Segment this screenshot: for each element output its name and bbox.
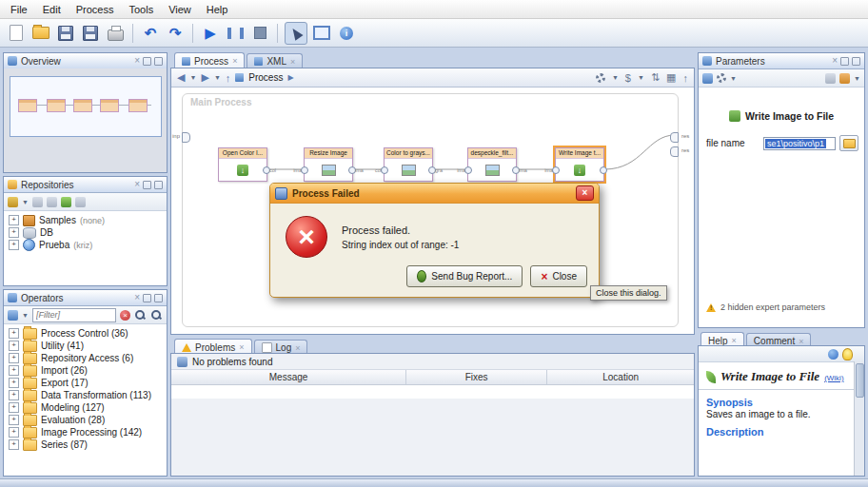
screen-tool-icon[interactable] [311,23,332,44]
refresh-icon[interactable] [61,197,71,207]
parameters-panel-header[interactable]: Parameters [699,53,864,69]
repository-db[interactable]: DB [4,226,167,239]
column-location[interactable]: Location [547,370,694,384]
input-port[interactable] [301,166,308,174]
result-port[interactable] [670,146,679,157]
repository-prueba[interactable]: Prueba (kriz) [4,239,167,251]
menu-edit[interactable]: Edit [36,2,68,17]
dialog-titlebar[interactable]: Process Failed [270,184,599,204]
expander-icon[interactable] [9,427,19,438]
detach-icon[interactable] [154,181,163,189]
add-repository-icon[interactable] [8,197,18,207]
close-icon[interactable] [799,337,803,346]
wrench-icon[interactable] [596,73,605,83]
stop-icon[interactable] [249,23,270,44]
expander-icon[interactable] [9,402,19,413]
show-advanced-icon[interactable] [825,73,836,84]
forward-icon[interactable] [201,71,208,84]
expander-icon[interactable] [9,240,19,250]
menu-tools[interactable]: Tools [122,2,160,17]
menu-view[interactable]: View [162,2,198,17]
chevron-down-icon[interactable] [22,199,29,205]
chevron-down-icon[interactable] [22,312,29,319]
tip-icon[interactable] [842,348,853,360]
tab-process[interactable]: Process [174,52,245,68]
maximize-icon[interactable] [143,57,151,66]
expander-icon[interactable] [9,365,19,376]
maximize-icon[interactable] [840,57,849,66]
result-port[interactable] [670,132,679,143]
menu-file[interactable]: File [4,2,34,17]
expander-icon[interactable] [9,227,19,238]
pause-icon[interactable] [225,23,246,44]
close-icon[interactable] [732,336,737,345]
input-port[interactable] [464,166,472,174]
column-fixes[interactable]: Fixes [406,370,547,384]
grid-icon[interactable] [666,71,676,84]
dialog-close-icon[interactable] [576,185,594,201]
undo-icon[interactable] [140,23,161,44]
repository-samples[interactable]: Samples (none) [4,214,167,226]
export-image-icon[interactable] [683,72,689,84]
tab-xml[interactable]: XML [247,53,303,68]
chevron-down-icon[interactable] [638,74,644,81]
maximize-icon[interactable] [143,294,151,302]
chevron-down-icon[interactable] [189,74,196,81]
process-thumbnail[interactable] [10,76,162,137]
expander-icon[interactable] [9,378,19,388]
expander-icon[interactable] [9,328,19,339]
close-icon[interactable] [134,181,140,188]
open-location-icon[interactable] [75,197,86,207]
expander-icon[interactable] [9,215,19,225]
column-message[interactable]: Message [171,370,406,384]
choose-file-button[interactable] [839,135,858,151]
online-help-icon[interactable] [828,349,838,360]
paste-entry-icon[interactable] [47,197,57,207]
run-icon[interactable] [200,23,221,44]
detach-icon[interactable] [852,57,860,66]
clear-filter-icon[interactable] [120,310,130,321]
operator-open-color-image[interactable]: Open Color I... col [218,147,267,182]
operator-filter-input[interactable] [32,308,116,322]
menu-process[interactable]: Process [69,2,121,17]
info-icon[interactable] [336,23,357,44]
expander-icon[interactable] [9,341,19,351]
redo-icon[interactable] [165,23,186,44]
back-icon[interactable] [177,71,185,84]
detach-icon[interactable] [154,57,163,66]
operator-write-image-to-file[interactable]: Write Image t... ima [555,147,604,182]
operator-color-to-grayscale[interactable]: Color to grays... col gra [384,147,433,182]
close-icon[interactable] [134,294,140,302]
help-scrollbar[interactable] [854,361,864,476]
close-icon[interactable] [290,57,295,67]
select-tool-icon[interactable] [285,22,307,45]
input-port[interactable] [552,166,560,174]
breadcrumb[interactable]: Process [248,72,283,83]
expander-icon[interactable] [9,439,19,450]
rearrange-icon[interactable] [651,71,660,84]
chevron-down-icon[interactable] [214,74,221,81]
copy-entry-icon[interactable] [32,197,43,207]
save-icon[interactable] [55,23,76,44]
close-icon[interactable] [239,342,244,352]
chevron-down-icon[interactable] [854,75,860,82]
up-one-level-icon[interactable] [226,72,231,84]
expander-icon[interactable] [9,415,19,425]
open-icon[interactable] [30,23,51,44]
save-as-icon[interactable] [80,23,101,44]
close-icon[interactable] [134,57,140,65]
menu-help[interactable]: Help [200,2,235,17]
close-icon[interactable] [232,56,237,66]
chevron-down-icon[interactable] [730,75,737,82]
send-bug-report-button[interactable]: Send Bug Report... [406,265,523,287]
change-compatibility-icon[interactable] [839,73,850,84]
detach-icon[interactable] [154,294,163,302]
repositories-panel-header[interactable]: Repositories [4,177,167,193]
close-icon[interactable] [295,343,300,353]
search-icon[interactable] [134,309,147,321]
auto-wire-icon[interactable] [625,72,631,84]
operator-info-icon[interactable] [702,73,713,84]
advanced-search-icon[interactable] [150,309,163,321]
maximize-icon[interactable] [143,181,151,189]
operator-resize-image[interactable]: Resize Image ima ima [304,147,353,182]
